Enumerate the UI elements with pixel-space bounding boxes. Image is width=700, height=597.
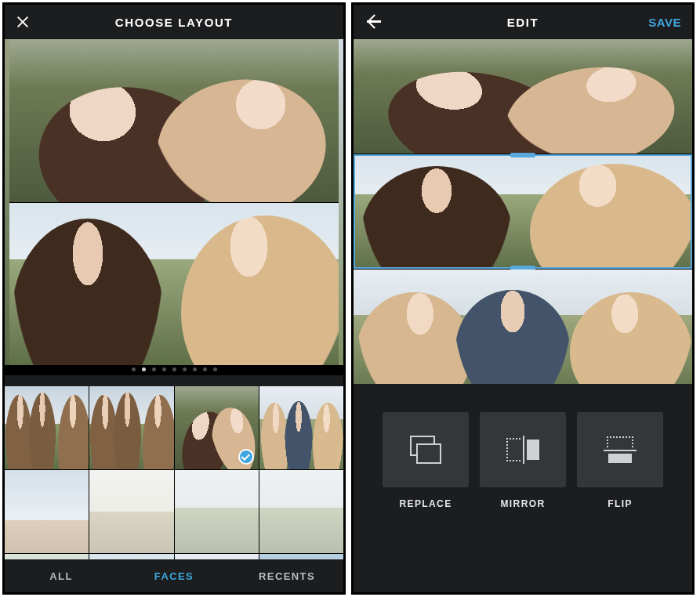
flip-icon <box>607 433 633 466</box>
carousel-peek-left <box>5 39 9 365</box>
edit-tools <box>354 412 692 487</box>
photo-thumbnail[interactable] <box>259 470 343 553</box>
photo-thumbnail[interactable] <box>259 386 343 469</box>
collage-cell[interactable] <box>354 39 692 154</box>
photo-thumbnail-selected[interactable] <box>175 386 259 469</box>
replace-label: REPLACE <box>383 498 469 509</box>
back-button[interactable] <box>354 5 393 39</box>
edit-tool-labels: REPLACE MIRROR FLIP <box>354 498 692 509</box>
collage-canvas[interactable] <box>354 39 692 384</box>
filter-tabs: ALL FACES RECENTS <box>5 559 343 592</box>
flip-button[interactable] <box>577 412 663 487</box>
mirror-icon <box>506 438 540 461</box>
flip-label: FLIP <box>577 498 663 509</box>
tab-faces[interactable]: FACES <box>118 559 230 592</box>
resize-handle-top[interactable] <box>510 153 535 157</box>
photo-thumbnail[interactable] <box>5 554 89 559</box>
header-title: EDIT <box>507 16 539 29</box>
layout-screen: CHOOSE LAYOUT ALL FACES RECENTS <box>2 2 346 595</box>
tab-recents[interactable]: RECENTS <box>230 559 343 592</box>
page-dot <box>193 367 197 371</box>
photo-thumbnail[interactable] <box>89 470 173 553</box>
photo-thumbnail[interactable] <box>89 386 173 469</box>
preview-photo <box>5 203 343 366</box>
page-dot <box>142 367 146 371</box>
page-dot <box>162 367 166 371</box>
tab-all[interactable]: ALL <box>5 559 118 592</box>
photo-thumbnail[interactable] <box>5 470 89 553</box>
page-dot <box>152 367 156 371</box>
photo-thumbnail[interactable] <box>175 470 259 553</box>
page-dot <box>132 367 136 371</box>
photo-grid[interactable] <box>5 386 343 559</box>
replace-icon <box>410 436 441 464</box>
photo-thumbnail[interactable] <box>89 554 173 559</box>
layout-preview-carousel[interactable] <box>5 39 343 375</box>
header: CHOOSE LAYOUT <box>5 5 343 39</box>
header: EDIT SAVE <box>354 5 692 39</box>
page-dot <box>172 367 176 371</box>
photo-thumbnail[interactable] <box>175 554 259 559</box>
collage-cell-selected[interactable] <box>354 154 692 269</box>
back-arrow-icon <box>365 13 382 31</box>
carousel-peek-right <box>339 39 343 365</box>
photo-thumbnail[interactable] <box>5 386 89 469</box>
save-button[interactable]: SAVE <box>637 5 692 39</box>
edit-screen: EDIT SAVE REPLACE MIRROR FLIP <box>351 2 695 595</box>
preview-photo <box>5 39 343 202</box>
layout-option-two-row[interactable] <box>5 39 343 365</box>
mirror-button[interactable] <box>480 412 566 487</box>
selected-check-icon <box>238 449 254 465</box>
page-dot <box>183 367 187 371</box>
page-dot <box>203 367 207 371</box>
header-title: CHOOSE LAYOUT <box>115 16 233 29</box>
mirror-label: MIRROR <box>480 498 566 509</box>
photo-thumbnail[interactable] <box>259 554 343 559</box>
close-button[interactable] <box>5 5 27 39</box>
replace-button[interactable] <box>383 412 469 487</box>
collage-cell[interactable] <box>354 270 692 384</box>
carousel-page-indicator <box>5 367 343 371</box>
page-dot <box>213 367 217 371</box>
